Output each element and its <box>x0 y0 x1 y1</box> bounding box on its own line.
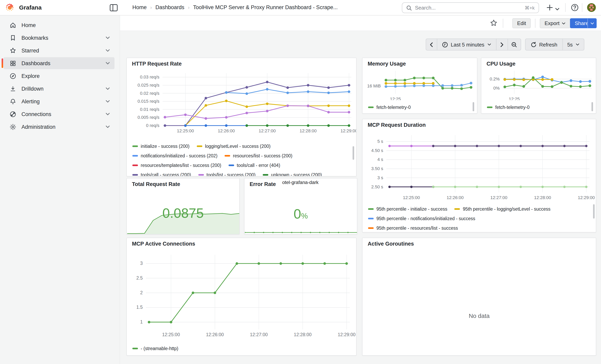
export-button[interactable]: Export <box>540 18 570 28</box>
legend-item[interactable]: fetch-telemetry-0 <box>368 105 411 110</box>
svg-text:12:27:00: 12:27:00 <box>490 195 507 200</box>
search-input[interactable]: Search... ⌘+k <box>402 2 539 13</box>
add-chevron-icon[interactable] <box>555 5 560 13</box>
legend-label: resources/list - success (200) <box>233 153 292 158</box>
add-button[interactable] <box>546 4 554 11</box>
share-menu-button[interactable] <box>588 18 597 28</box>
series-color-dash <box>263 174 268 176</box>
sidebar-item-alerting[interactable]: Alerting <box>4 95 114 107</box>
panel-memory-usage: Memory Usage 16 MiB12:25 fetch-telemetry… <box>362 58 477 114</box>
refresh-icon <box>531 41 536 48</box>
time-back-button[interactable] <box>426 39 437 50</box>
panel-error-rate: Error Rate otel-grafana-dark 0% <box>244 178 357 235</box>
time-forward-button[interactable] <box>496 39 508 50</box>
legend-label: notifications/initialized - success (202… <box>141 153 217 158</box>
legend-item[interactable]: unknown - success (200) <box>263 172 322 177</box>
svg-text:0.2%: 0.2% <box>490 77 500 81</box>
legend-item[interactable]: 95th percentile - initialize - success <box>368 207 447 211</box>
legend-item[interactable]: tools/call - success (200) <box>132 172 191 177</box>
panel-title: MCP Request Duration <box>368 122 426 128</box>
star-button[interactable] <box>490 19 498 27</box>
sidebar-item-drilldown[interactable]: Drilldown <box>4 83 114 95</box>
nav-divider <box>565 3 566 12</box>
series-color-dash <box>228 165 234 166</box>
breadcrumb-dashboards[interactable]: Dashboards <box>155 4 184 10</box>
chevron-down-icon <box>561 21 565 25</box>
legend-item[interactable]: 95th percentile - logging/setLevel - suc… <box>454 207 551 211</box>
legend-label: resources/templates/list - success (200) <box>141 163 221 168</box>
sidebar-item-bookmarks[interactable]: Bookmarks <box>4 32 114 44</box>
refresh-button[interactable]: Refresh <box>525 39 563 50</box>
chevron-down-icon <box>576 42 580 47</box>
sidebar-item-dashboards[interactable]: Dashboards <box>4 57 114 69</box>
sidebar-item-explore[interactable]: Explore <box>4 70 114 82</box>
legend-scrollbar[interactable] <box>593 204 595 218</box>
chevron-down-icon <box>105 124 110 129</box>
memory-usage-chart: 16 MiB12:25 <box>362 67 477 100</box>
legend-item[interactable]: resources/list - success (200) <box>225 153 292 158</box>
series-color-dash <box>132 174 138 176</box>
series-color-dash <box>368 107 374 108</box>
sidebar-item-administration[interactable]: Administration <box>4 121 114 133</box>
chart-canvas[interactable]: 5 s4.50 s4 s3.50 s3 s2.50 s12:25:0012:26… <box>362 129 596 203</box>
svg-text:0.03 req/s: 0.03 req/s <box>140 75 159 79</box>
chart-canvas[interactable]: 0 req/s0.005 req/s0.01 req/s0.015 req/s0… <box>127 69 357 136</box>
chart-canvas[interactable]: 32.521.5112:25:0012:26:0012:27:0012:28:0… <box>127 248 357 342</box>
sidebar-item-home[interactable]: Home <box>4 19 114 31</box>
svg-text:0.02 req/s: 0.02 req/s <box>140 91 159 96</box>
legend-scrollbar[interactable] <box>352 146 354 160</box>
legend-item[interactable]: - (streamable-http) <box>132 346 178 351</box>
legend-scrollbar[interactable] <box>473 102 474 111</box>
chevron-down-icon <box>105 112 110 117</box>
svg-text:12:26:00: 12:26:00 <box>218 128 235 133</box>
user-avatar[interactable] <box>587 3 596 12</box>
legend-item[interactable]: 95th percentile - resources/list - succe… <box>368 226 458 230</box>
legend-item[interactable]: fetch-telemetry-0 <box>487 105 530 110</box>
cpu-usage-chart: 0.2%0%12:25 <box>481 67 596 100</box>
legend-label: 95th percentile - notifications/initiali… <box>376 216 475 221</box>
panel-title: Active Goroutines <box>368 241 414 247</box>
svg-text:12:28:00: 12:28:00 <box>294 332 312 337</box>
svg-text:12:26:00: 12:26:00 <box>206 332 224 337</box>
legend-item[interactable]: 95th percentile - notifications/initiali… <box>368 216 475 221</box>
svg-text:12:25:00: 12:25:00 <box>177 128 194 133</box>
svg-text:12:25: 12:25 <box>509 97 520 100</box>
panel-title: Memory Usage <box>368 61 406 67</box>
series-color-dash <box>132 146 138 147</box>
mcp-active-connections-chart: 32.521.5112:25:0012:26:0012:27:0012:28:0… <box>127 248 357 342</box>
svg-text:12:25:00: 12:25:00 <box>403 195 420 200</box>
dashboard-toolbar: Edit Export Share <box>120 16 601 31</box>
legend-item[interactable]: initialize - success (200) <box>132 144 190 149</box>
series-color-dash <box>132 155 138 157</box>
chevron-down-icon <box>590 21 594 25</box>
duration-legend: 95th percentile - initialize - success95… <box>368 204 591 232</box>
zoom-out-button[interactable] <box>508 39 521 50</box>
bell-icon <box>10 98 16 105</box>
legend-row: 95th percentile - notifications/initiali… <box>368 214 591 223</box>
breadcrumb-home[interactable]: Home <box>132 4 147 10</box>
legend-item[interactable]: notifications/initialized - success (202… <box>132 153 217 158</box>
legend-item[interactable]: tools/call - error (404) <box>228 163 280 168</box>
chart-canvas[interactable]: 16 MiB12:25 <box>362 67 477 100</box>
legend-item[interactable]: tools/list - success (200) <box>198 172 256 177</box>
sidebar-toggle-icon[interactable] <box>110 4 118 11</box>
svg-text:12:29:00: 12:29:00 <box>341 128 357 133</box>
chart-canvas[interactable]: 0.2%0%12:25 <box>481 67 596 100</box>
sidebar-item-connections[interactable]: Connections <box>4 108 114 120</box>
time-range-picker[interactable]: Last 5 minutes <box>437 39 496 50</box>
edit-button[interactable]: Edit <box>512 18 531 28</box>
sidebar-item-starred[interactable]: Starred <box>4 45 114 56</box>
refresh-interval-picker[interactable]: 5s <box>563 39 584 50</box>
help-icon[interactable] <box>571 4 579 11</box>
svg-text:0%: 0% <box>493 86 500 91</box>
sidebar-item-label: Home <box>21 22 114 28</box>
chevron-right-icon <box>499 41 505 48</box>
gear-icon <box>10 123 16 130</box>
panel-title: HTTP Request Rate <box>132 61 182 67</box>
legend-item[interactable]: resources/templates/list - success (200) <box>132 163 221 168</box>
sidebar-nav: HomeBookmarksStarredDashboardsExploreDri… <box>0 16 120 364</box>
legend-scrollbar[interactable] <box>591 102 593 111</box>
legend-item[interactable]: logging/setLevel - success (200) <box>197 144 270 149</box>
sidebar-item-label: Explore <box>21 73 114 79</box>
grafana-logo[interactable] <box>5 3 15 13</box>
